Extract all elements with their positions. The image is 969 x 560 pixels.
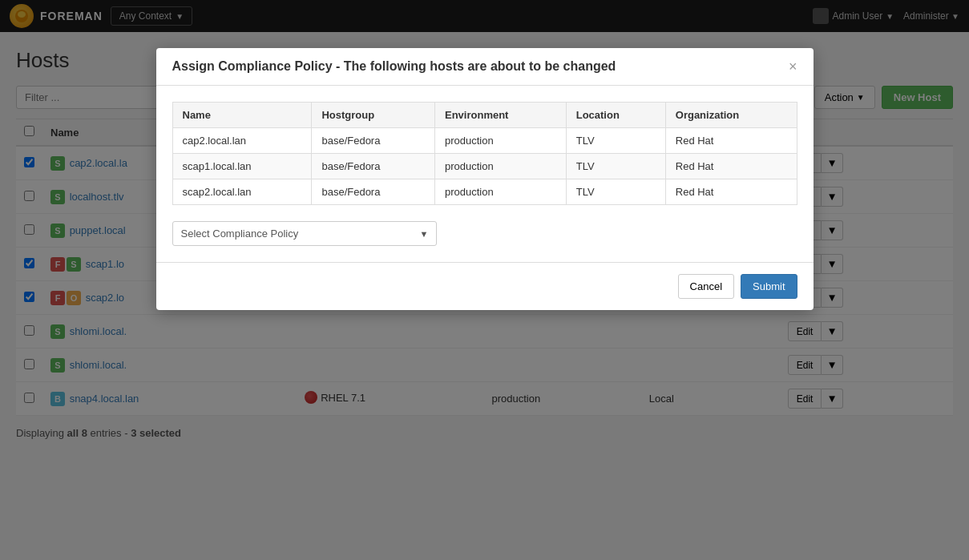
modal-row-environment: production (435, 128, 567, 154)
modal-overlay: Assign Compliance Policy - The following… (0, 0, 969, 455)
modal-hosts-table: Name Hostgroup Environment Location Orga… (172, 102, 797, 205)
modal-location-col: Location (566, 103, 665, 128)
submit-button[interactable]: Submit (741, 274, 797, 299)
modal-row-environment: production (435, 154, 567, 179)
modal-title: Assign Compliance Policy - The following… (172, 59, 616, 74)
modal-table-row: scap2.local.lan base/Fedora production T… (172, 179, 797, 205)
modal-row-name: scap2.local.lan (172, 179, 312, 205)
modal-organization-col: Organization (665, 103, 797, 128)
policy-select-wrapper: Select Compliance Policy ▼ (172, 221, 437, 246)
assign-compliance-modal: Assign Compliance Policy - The following… (156, 48, 814, 310)
modal-body: Name Hostgroup Environment Location Orga… (156, 86, 814, 262)
compliance-policy-select[interactable]: Select Compliance Policy (172, 221, 437, 246)
modal-row-name: cap2.local.lan (172, 128, 312, 154)
modal-row-location: TLV (566, 154, 665, 179)
modal-footer: Cancel Submit (156, 262, 814, 310)
modal-row-hostgroup: base/Fedora (312, 179, 435, 205)
modal-row-name: scap1.local.lan (172, 154, 312, 179)
modal-row-organization: Red Hat (665, 128, 797, 154)
modal-row-hostgroup: base/Fedora (312, 154, 435, 179)
modal-table-row: scap1.local.lan base/Fedora production T… (172, 154, 797, 179)
modal-environment-col: Environment (435, 103, 567, 128)
modal-row-organization: Red Hat (665, 154, 797, 179)
modal-table-row: cap2.local.lan base/Fedora production TL… (172, 128, 797, 154)
modal-close-button[interactable]: × (789, 59, 797, 74)
cancel-button[interactable]: Cancel (678, 274, 734, 299)
modal-hostgroup-col: Hostgroup (312, 103, 435, 128)
modal-row-organization: Red Hat (665, 179, 797, 205)
modal-row-environment: production (435, 179, 567, 205)
modal-name-col: Name (172, 103, 312, 128)
modal-table-header-row: Name Hostgroup Environment Location Orga… (172, 103, 797, 128)
modal-header: Assign Compliance Policy - The following… (156, 48, 814, 86)
modal-row-location: TLV (566, 128, 665, 154)
modal-row-location: TLV (566, 179, 665, 205)
modal-row-hostgroup: base/Fedora (312, 128, 435, 154)
